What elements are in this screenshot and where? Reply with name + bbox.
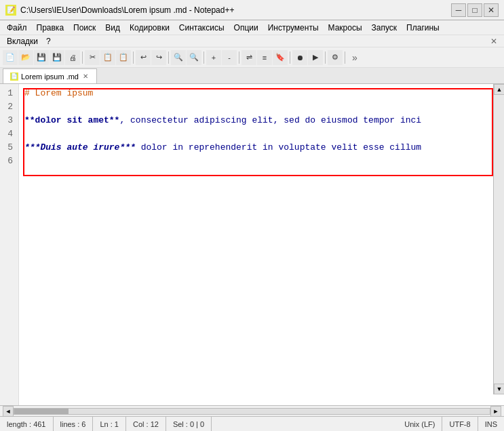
tb-saveall[interactable]: 💾 [50,50,64,65]
menu-run[interactable]: Запуск [368,22,402,34]
tab-file-icon: 📄 [10,73,18,81]
line-numbers: 1 2 3 4 5 6 [0,84,19,405]
status-length: length : 461 [0,417,54,431]
tb-findnext[interactable]: 🔍 [187,50,201,65]
tb-bookmark[interactable]: 🔖 [273,50,288,65]
line3-rest: , consectetur adipiscing elit, sed do ei… [119,114,421,127]
close-button[interactable]: ✕ [484,3,499,17]
editor-wrapper: 1 2 3 4 5 6 # Lorem ipsum [0,84,504,416]
tb-wrap[interactable]: ⇌ [241,50,256,65]
menu-bar-row2: Вкладки ? ✕ [0,35,504,47]
app-icon: 📝 [5,5,16,16]
code-line-3: **dolor sit amet**, consectetur adipisci… [24,114,499,127]
toolbar: 📄 📂 💾 💾 🖨 ✂ 📋 📋 ↩ ↪ 🔍 🔍 + - ⇌ ≡ 🔖 ⏺ ▶ ⚙ … [0,47,504,68]
tb-zoomout[interactable]: - [222,50,237,65]
h-scroll-track[interactable] [14,408,490,415]
line-num-1: 1 [0,87,16,100]
tb-macro[interactable]: ⏺ [292,50,307,65]
menu-search[interactable]: Поиск [69,22,100,34]
editor-container[interactable]: # Lorem ipsum **dolor sit amet**, consec… [19,84,504,405]
window-controls: ─ □ ✕ [451,3,499,17]
toolbar-sep-1 [82,52,83,64]
x-close-icon[interactable]: ✕ [490,37,501,46]
tb-find[interactable]: 🔍 [171,50,186,65]
vertical-scrollbar[interactable]: ▲ ▼ [493,84,504,394]
tab-lorem-ipsum[interactable]: 📄 Lorem ipsum .md ✕ [3,68,97,83]
tb-redo[interactable]: ↪ [151,50,166,65]
status-bar: length : 461 lines : 6 Ln : 1 Col : 12 S… [0,416,504,431]
tb-undo[interactable]: ↩ [136,50,151,65]
toolbar-sep-3 [168,52,169,64]
menu-macros[interactable]: Макросы [324,22,366,34]
code-line-2 [24,100,499,114]
tb-run[interactable]: ▶ [308,50,323,65]
minimize-button[interactable]: ─ [451,3,466,17]
status-lines: lines : 6 [54,417,94,431]
scroll-right-button[interactable]: ► [490,406,501,417]
code-line-4 [24,127,499,141]
menu-plugins[interactable]: Плагины [402,22,444,34]
tb-save[interactable]: 💾 [34,50,49,65]
code-line-6 [24,155,499,168]
editor-body: 1 2 3 4 5 6 # Lorem ipsum [0,84,504,405]
status-col: Col : 12 [126,417,166,431]
code-line-1: # Lorem ipsum [24,87,499,100]
scroll-up-button[interactable]: ▲ [494,84,504,95]
scroll-track[interactable] [494,95,504,384]
tab-bar: 📄 Lorem ipsum .md ✕ [0,68,504,84]
toolbar-sep-2 [133,52,134,64]
horizontal-scrollbar[interactable]: ◄ ► [0,405,504,416]
tab-label: Lorem ipsum .md [21,73,79,81]
tb-open[interactable]: 📂 [18,50,33,65]
toolbar-sep-7 [325,52,326,64]
line-num-3: 3 [0,114,16,127]
toolbar-sep-6 [290,52,290,64]
status-encoding: UTF-8 [442,417,478,431]
scroll-left-button[interactable]: ◄ [3,406,14,417]
status-ins: INS [478,417,504,431]
line-num-2: 2 [0,100,16,114]
toolbar-sep-4 [203,52,204,64]
line3-bold1: **dolor sit amet** [24,114,119,127]
maximize-button[interactable]: □ [467,3,482,17]
tb-new[interactable]: 📄 [3,50,18,65]
menu-tabs-row2[interactable]: Вкладки [3,35,42,47]
line-num-4: 4 [0,127,16,141]
line5-rest: dolor in reprehenderit in voluptate veli… [136,141,421,155]
line1-text: # Lorem ipsum [24,87,93,100]
status-line-ending: Unix (LF) [398,417,442,431]
menu-view[interactable]: Вид [101,22,124,34]
line-num-5: 5 [0,141,16,155]
scroll-down-button[interactable]: ▼ [494,384,504,394]
code-line-5: ***Duis aute irure*** dolor in reprehend… [24,141,499,155]
menu-syntax[interactable]: Синтаксисы [175,22,229,34]
tb-indent[interactable]: ≡ [257,50,272,65]
status-ln: Ln : 1 [93,417,126,431]
tb-zoomin[interactable]: + [206,50,221,65]
toolbar-sep-8 [345,52,345,64]
editor-content[interactable]: # Lorem ipsum **dolor sit amet**, consec… [19,84,504,405]
menu-bar: Файл Правка Поиск Вид Кодировки Синтакси… [0,20,504,35]
title-bar-left: 📝 C:\Users\IEUser\Downloads\Lorem ipsum … [5,5,234,16]
line-num-6: 6 [0,155,16,168]
tb-print[interactable]: 🖨 [65,50,80,65]
tb-more[interactable]: » [347,50,362,65]
tab-close-button[interactable]: ✕ [81,73,90,81]
status-sel: Sel : 0 | 0 [166,417,212,431]
menu-edit[interactable]: Правка [33,22,69,34]
title-bar: 📝 C:\Users\IEUser\Downloads\Lorem ipsum … [0,0,504,20]
menu-encoding[interactable]: Кодировки [125,22,174,34]
h-scroll-thumb[interactable] [14,409,69,414]
main-area: 1 2 3 4 5 6 # Lorem ipsum [0,84,504,416]
line5-bolditalic: ***Duis aute irure*** [24,141,136,155]
menu-tools[interactable]: Инструменты [264,22,323,34]
tb-cut[interactable]: ✂ [85,50,100,65]
toolbar-sep-5 [239,52,239,64]
tb-paste[interactable]: 📋 [116,50,131,65]
menu-help-row2[interactable]: ? [42,35,55,47]
menu-options[interactable]: Опции [230,22,263,34]
menu-file[interactable]: Файл [3,22,31,34]
window-title: C:\Users\IEUser\Downloads\Lorem ipsum .m… [20,5,234,15]
tb-copy[interactable]: 📋 [100,50,115,65]
tb-settings[interactable]: ⚙ [328,50,343,65]
